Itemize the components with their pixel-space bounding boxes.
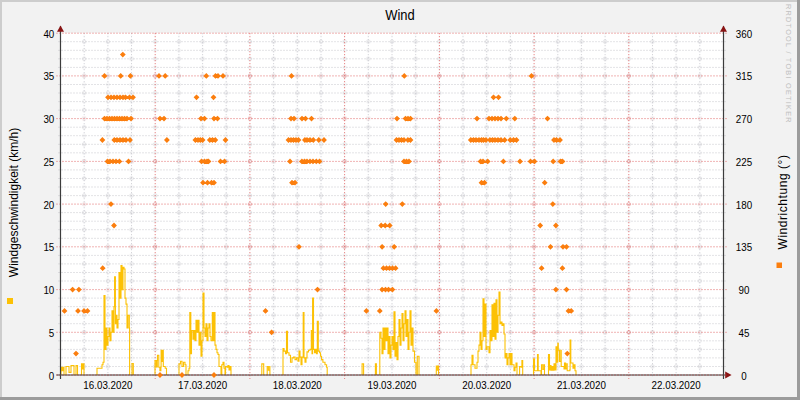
svg-text:17.03.2020: 17.03.2020 xyxy=(178,378,227,391)
svg-text:225: 225 xyxy=(736,155,752,168)
svg-text:Wind: Wind xyxy=(385,7,415,23)
svg-text:20.03.2020: 20.03.2020 xyxy=(462,378,511,391)
svg-text:0: 0 xyxy=(741,369,747,382)
svg-text:RRDTOOL / TOBI OETIKER: RRDTOOL / TOBI OETIKER xyxy=(784,4,793,124)
svg-text:19.03.2020: 19.03.2020 xyxy=(367,378,416,391)
svg-text:35: 35 xyxy=(43,70,54,83)
svg-text:20: 20 xyxy=(43,198,54,211)
svg-text:360: 360 xyxy=(736,27,752,40)
svg-text:0: 0 xyxy=(49,369,55,382)
svg-text:90: 90 xyxy=(738,283,749,296)
svg-text:45: 45 xyxy=(738,326,749,339)
svg-text:Windgeschwindigkeit (km/h): Windgeschwindigkeit (km/h) xyxy=(7,128,21,277)
svg-text:16.03.2020: 16.03.2020 xyxy=(83,378,132,391)
svg-text:Windrichtung (°): Windrichtung (°) xyxy=(776,155,790,250)
svg-text:315: 315 xyxy=(736,70,752,83)
svg-text:180: 180 xyxy=(736,198,752,211)
svg-text:22.03.2020: 22.03.2020 xyxy=(652,378,701,391)
svg-text:30: 30 xyxy=(43,112,54,125)
svg-text:40: 40 xyxy=(43,27,54,40)
svg-text:135: 135 xyxy=(736,241,752,254)
svg-text:15: 15 xyxy=(43,241,54,254)
svg-text:25: 25 xyxy=(43,155,54,168)
svg-text:10: 10 xyxy=(43,283,54,296)
svg-text:21.03.2020: 21.03.2020 xyxy=(557,378,606,391)
svg-text:18.03.2020: 18.03.2020 xyxy=(273,378,322,391)
svg-text:270: 270 xyxy=(736,112,752,125)
svg-text:5: 5 xyxy=(49,326,55,339)
